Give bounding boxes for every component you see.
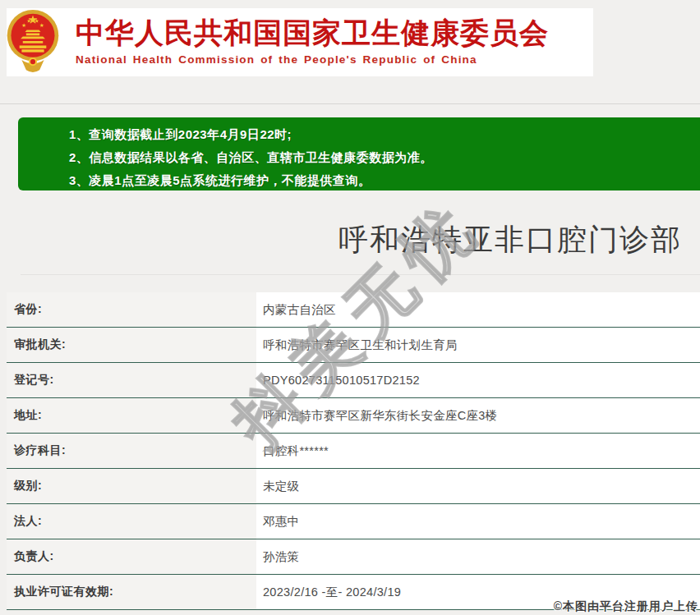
page: 中华人民共和国国家卫生健康委员会 National Health Commiss… xyxy=(0,0,700,615)
field-value: 邓惠中 xyxy=(256,504,700,539)
field-value: 口腔科****** xyxy=(256,434,700,468)
content-top-border xyxy=(21,274,700,275)
header-titles: 中华人民共和国国家卫生健康委员会 National Health Commiss… xyxy=(76,15,585,66)
field-label: 法人: xyxy=(7,504,256,539)
field-label: 执业许可证有效期: xyxy=(7,575,256,609)
field-value: 孙浩策 xyxy=(256,539,700,574)
notice-banner: 1、查询数据截止到2023年4月9日22时; 2、信息数据结果以各省、自治区、直… xyxy=(18,117,700,190)
field-value: 内蒙古自治区 xyxy=(256,292,700,327)
table-row: 省份: 内蒙古自治区 xyxy=(7,292,700,328)
field-label: 级别: xyxy=(7,469,256,503)
field-value: 呼和浩特市赛罕区卫生和计划生育局 xyxy=(256,328,700,362)
table-row: 诊疗科目: 口腔科****** xyxy=(7,434,700,469)
notice-line-2: 2、信息数据结果以各省、自治区、直辖市卫生健康委数据为准。 xyxy=(69,146,700,169)
table-row: 法人: 邓惠中 xyxy=(7,504,700,539)
table-row: 负责人: 孙浩策 xyxy=(7,539,700,575)
site-header: 中华人民共和国国家卫生健康委员会 National Health Commiss… xyxy=(7,8,593,76)
table-row: 登记号: PDY60273115010517D2152 xyxy=(7,363,700,398)
clinic-name-title: 呼和浩特亚非口腔门诊部 xyxy=(338,220,682,260)
notice-line-1: 1、查询数据截止到2023年4月9日22时; xyxy=(69,123,700,146)
field-value: 未定级 xyxy=(256,469,700,503)
national-emblem-icon xyxy=(5,5,61,77)
table-row: 地址: 呼和浩特市赛罕区新华东街长安金座C座3楼 xyxy=(7,398,700,434)
site-title-en: National Health Commission of the People… xyxy=(76,53,585,66)
field-value: 呼和浩特市赛罕区新华东街长安金座C座3楼 xyxy=(256,398,700,433)
national-emblem-logo xyxy=(5,5,61,77)
header-divider xyxy=(0,103,700,104)
notice-line-3: 3、凌晨1点至凌晨5点系统进行维护，不能提供查询。 xyxy=(69,169,700,192)
field-label: 登记号: xyxy=(7,363,256,397)
field-label: 负责人: xyxy=(7,539,256,574)
field-label: 地址: xyxy=(7,398,256,433)
table-row: 审批机关: 呼和浩特市赛罕区卫生和计划生育局 xyxy=(7,328,700,363)
field-label: 诊疗科目: xyxy=(7,434,256,468)
field-label: 省份: xyxy=(7,292,256,327)
info-table: 省份: 内蒙古自治区 审批机关: 呼和浩特市赛罕区卫生和计划生育局 登记号: P… xyxy=(7,292,700,610)
upload-credit-watermark: ©本图由平台注册用户上传 xyxy=(554,599,698,614)
table-row: 级别: 未定级 xyxy=(7,469,700,504)
field-value: PDY60273115010517D2152 xyxy=(256,363,700,397)
site-title-cn: 中华人民共和国国家卫生健康委员会 xyxy=(76,15,585,51)
field-label: 审批机关: xyxy=(7,328,256,362)
